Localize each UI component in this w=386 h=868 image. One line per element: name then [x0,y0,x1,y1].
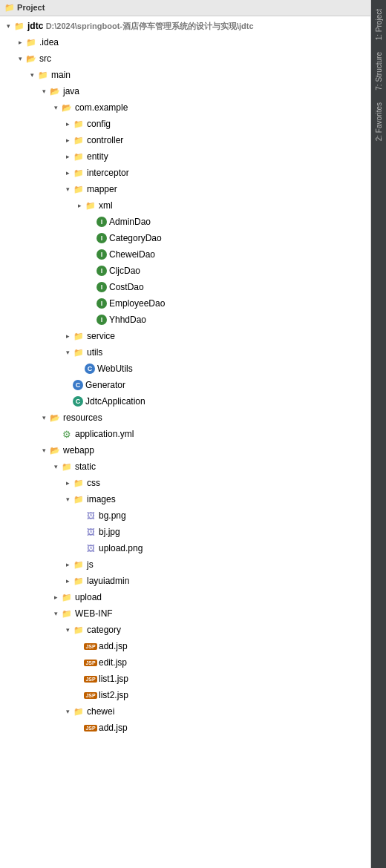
tree-item-com_example[interactable]: 📂com.example [0,99,370,116]
tree-item-upload[interactable]: 📁upload [0,589,370,605]
arrow-entity [62,151,73,162]
tree-item-images[interactable]: 📁images [0,491,370,507]
arrow-mapper [62,184,73,194]
tree-item-JdtcApplication[interactable]: CJdtcApplication [0,393,370,410]
interface-label-AdminDao: AdminDao [109,217,151,227]
tree-item-bg_png[interactable]: 🖼bg.png [0,507,370,524]
folder-label-idea: .idea [39,37,59,47]
folder-icon-upload: 📁 [61,591,73,603]
tree-item-CheweiDao[interactable]: ICheweiDao [0,246,370,263]
interface-label-CheweiDao: CheweiDao [109,249,155,260]
tree-item-WEB-INF[interactable]: 📁WEB-INF [0,605,370,622]
jsp-label-cat_list1_jsp: list1.jsp [99,674,128,684]
arrow-controller [62,135,73,145]
tree-item-root[interactable]: 📁jdtc D:\2024\springboot-酒店停车管理系统的设计与实现\… [0,18,370,34]
interface-label-CategoryDao: CategoryDao [109,233,162,243]
folder-icon-category: 📁 [73,624,85,636]
folder-icon-interceptor: 📁 [73,167,85,179]
tree-item-config[interactable]: 📁config [0,116,370,132]
folder-label-layuiadmin: layuiadmin [87,576,129,586]
jsp-icon-cat_list1_jsp: JSP [85,674,96,684]
arrow-webapp [39,445,49,456]
tree-item-resources[interactable]: 📂resources [0,410,370,426]
panel-header: 📁 Project [0,0,370,16]
tree-item-EmployeeDao[interactable]: IEmployeeDao [0,295,370,312]
tree-item-upload_png[interactable]: 🖼upload.png [0,540,370,556]
tree-item-che_add_jsp[interactable]: JSPadd.jsp [0,720,370,736]
tree-item-YhhdDao[interactable]: IYhhdDao [0,312,370,328]
tree-item-utils[interactable]: 📁utils [0,344,370,361]
tree-item-CategoryDao[interactable]: ICategoryDao [0,230,370,246]
tree-item-bj_jpg[interactable]: 🖼bj.jpg [0,524,370,540]
folder-label-src: src [39,53,51,64]
arrow-static [50,461,61,472]
folder-icon-chewei: 📁 [73,706,85,717]
folder-label-java: java [63,86,79,96]
tree-item-xml[interactable]: 📁xml [0,197,370,214]
tree-item-static[interactable]: 📁static [0,458,370,475]
tree-item-controller[interactable]: 📁controller [0,132,370,148]
side-tab-project[interactable]: 1: Project [373,3,385,46]
tree-item-CljcDao[interactable]: ICljcDao [0,263,370,279]
interface-icon-CheweiDao: I [96,249,107,260]
tree-item-cat_list1_jsp[interactable]: JSPlist1.jsp [0,671,370,687]
tree-item-js[interactable]: 📁js [0,556,370,573]
tree-item-entity[interactable]: 📁entity [0,148,370,165]
folder-label-mapper: mapper [87,184,117,194]
image-label-bj_jpg: bj.jpg [99,527,120,537]
arrow-chewei [62,706,73,717]
tree-item-css[interactable]: 📁css [0,475,370,491]
tree-item-idea[interactable]: 📁.idea [0,34,370,50]
interface-label-EmployeeDao: EmployeeDao [109,298,165,309]
arrow-src [15,53,25,64]
tree-item-CostDao[interactable]: ICostDao [0,279,370,295]
tree-item-cat_edit_jsp[interactable]: JSPedit.jsp [0,654,370,671]
tree-item-webapp[interactable]: 📂webapp [0,442,370,458]
tree-item-interceptor[interactable]: 📁interceptor [0,165,370,181]
arrow-utils [62,347,73,358]
folder-label-utils: utils [87,347,102,358]
folder-icon-config: 📁 [73,118,85,130]
tree-item-service[interactable]: 📁service [0,328,370,344]
folder-label-interceptor: interceptor [87,168,129,178]
interface-label-CljcDao: CljcDao [109,266,140,276]
folder-icon-main: 📁 [37,69,49,81]
folder-icon-src: 📂 [25,53,37,65]
class-icon-Generator: C [73,380,83,390]
tree-item-chewei[interactable]: 📁chewei [0,703,370,720]
tree-item-category[interactable]: 📁category [0,622,370,638]
yaml-label-application_yml: application.yml [75,429,134,439]
interface-label-CostDao: CostDao [109,282,144,292]
jsp-label-cat_edit_jsp: edit.jsp [99,657,127,668]
tree-item-cat_add_jsp[interactable]: JSPadd.jsp [0,638,370,654]
tree-item-AdminDao[interactable]: IAdminDao [0,214,370,230]
folder-label-webapp: webapp [63,445,94,456]
folder-icon-xml: 📁 [85,200,96,211]
folder-label-WEB-INF: WEB-INF [75,608,113,619]
tree-item-java[interactable]: 📂java [0,83,370,99]
folder-label-com_example: com.example [75,102,128,113]
jsp-icon-cat_edit_jsp: JSP [85,657,96,668]
project-panel: 📁 Project 📁jdtc D:\2024\springboot-酒店停车管… [0,0,371,868]
tree-item-main[interactable]: 📁main [0,67,370,83]
folder-label-css: css [87,478,100,488]
ide-container: 📁 Project 📁jdtc D:\2024\springboot-酒店停车管… [0,0,386,868]
tree-item-Generator[interactable]: CGenerator [0,377,370,393]
side-tab-favorites[interactable]: 2: Favorites [373,96,385,147]
tree-item-WebUtils[interactable]: CWebUtils [0,361,370,377]
folder-icon-mapper: 📁 [73,183,85,195]
arrow-css [62,478,73,488]
folder-icon-images: 📁 [73,493,85,505]
tree-item-layuiadmin[interactable]: 📁layuiadmin [0,573,370,589]
folder-label-entity: entity [87,151,108,162]
tree-item-mapper[interactable]: 📁mapper [0,181,370,197]
tree-item-src[interactable]: 📂src [0,50,370,67]
tree-item-application_yml[interactable]: ⚙application.yml [0,426,370,442]
arrow-upload [50,592,61,602]
folder-label-resources: resources [63,412,102,423]
jsp-icon-cat_add_jsp: JSP [85,641,96,651]
side-tab-structure[interactable]: 7: Structure [373,46,385,96]
folder-icon-java: 📂 [49,85,61,97]
arrow-category [62,625,73,635]
tree-item-cat_list2_jsp[interactable]: JSPlist2.jsp [0,687,370,703]
